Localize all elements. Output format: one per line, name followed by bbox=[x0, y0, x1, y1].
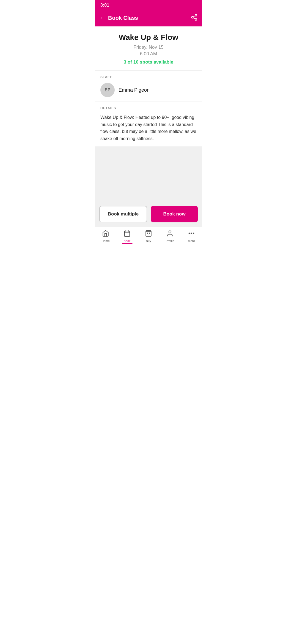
book-now-button[interactable]: Book now bbox=[151, 206, 198, 222]
nav-label-profile: Profile bbox=[166, 239, 174, 242]
buy-icon bbox=[145, 230, 152, 238]
profile-icon bbox=[166, 230, 174, 238]
share-button[interactable] bbox=[191, 14, 198, 22]
bottom-area bbox=[95, 146, 202, 201]
staff-row: EP Emma Pigeon bbox=[100, 83, 197, 97]
nav-item-book[interactable]: Book bbox=[116, 227, 138, 244]
svg-point-11 bbox=[189, 233, 190, 234]
nav-item-buy[interactable]: Buy bbox=[138, 227, 159, 244]
details-text: Wake Up & Flow: Heated up to 90+; good v… bbox=[100, 114, 197, 142]
home-icon bbox=[102, 230, 109, 238]
share-icon bbox=[191, 14, 198, 21]
action-buttons-container: Book multiple Book now bbox=[95, 201, 202, 227]
svg-line-3 bbox=[193, 18, 195, 19]
svg-line-4 bbox=[193, 16, 195, 17]
back-icon: ← bbox=[99, 15, 105, 21]
class-date: Friday, Nov 15 bbox=[100, 45, 197, 50]
svg-rect-5 bbox=[124, 231, 130, 237]
class-info-section: Wake Up & Flow Friday, Nov 15 6:00 AM 3 … bbox=[95, 26, 202, 71]
staff-avatar: EP bbox=[100, 83, 115, 97]
book-multiple-button[interactable]: Book multiple bbox=[99, 206, 147, 222]
class-time: 6:00 AM bbox=[100, 51, 197, 57]
svg-point-12 bbox=[191, 233, 192, 234]
nav-label-more: More bbox=[188, 239, 195, 242]
status-time: 3:01 bbox=[100, 3, 109, 8]
app-bar-title: Book Class bbox=[108, 15, 138, 21]
svg-point-13 bbox=[193, 233, 194, 234]
staff-section: STAFF EP Emma Pigeon bbox=[95, 71, 202, 102]
status-bar: 3:01 bbox=[95, 0, 202, 10]
book-icon bbox=[123, 230, 131, 238]
nav-label-buy: Buy bbox=[146, 239, 151, 242]
more-icon bbox=[188, 230, 195, 238]
details-section-label: DETAILS bbox=[100, 106, 197, 110]
svg-point-10 bbox=[169, 231, 171, 233]
nav-item-home[interactable]: Home bbox=[95, 227, 116, 244]
nav-label-home: Home bbox=[101, 239, 109, 242]
staff-section-label: STAFF bbox=[100, 75, 197, 79]
nav-item-profile[interactable]: Profile bbox=[159, 227, 181, 244]
nav-label-book: Book bbox=[123, 239, 130, 242]
details-section: DETAILS Wake Up & Flow: Heated up to 90+… bbox=[95, 102, 202, 146]
bottom-nav: Home Book Buy bbox=[95, 227, 202, 244]
back-button[interactable]: ← Book Class bbox=[99, 15, 138, 21]
main-content: Wake Up & Flow Friday, Nov 15 6:00 AM 3 … bbox=[95, 26, 202, 227]
nav-active-indicator bbox=[122, 243, 133, 244]
staff-name: Emma Pigeon bbox=[119, 87, 150, 93]
spots-available: 3 of 10 spots available bbox=[100, 59, 197, 65]
nav-item-more[interactable]: More bbox=[181, 227, 202, 244]
class-name: Wake Up & Flow bbox=[100, 33, 197, 42]
app-bar: ← Book Class bbox=[95, 10, 202, 26]
